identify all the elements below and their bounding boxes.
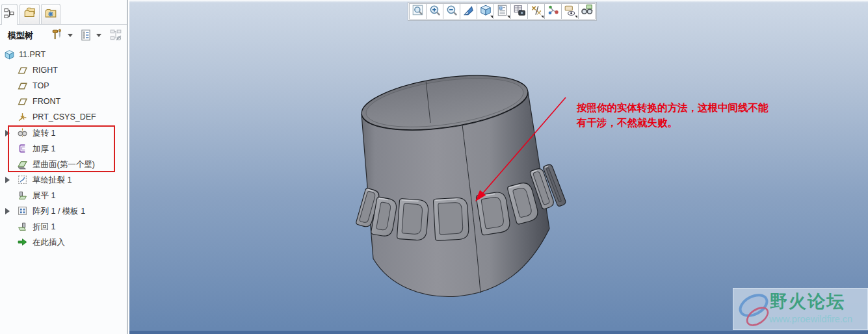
tree-item-12[interactable]: 在此插入: [0, 235, 127, 250]
tree-item-label: PRT_CSYS_DEF: [33, 112, 96, 122]
point-display-button[interactable]: [544, 3, 562, 19]
highlight-rectangle: [8, 125, 115, 172]
part-icon: [4, 49, 15, 60]
tree-tab-icon: [4, 8, 15, 21]
settings-list-icon: [79, 32, 92, 44]
tree-tools-button[interactable]: [51, 29, 64, 44]
model-canvas: [129, 0, 868, 334]
datum-plane-icon: [17, 65, 28, 76]
favorites-tab[interactable]: [41, 4, 60, 24]
sketch-rip-icon: [17, 174, 28, 185]
folder-browser-tab[interactable]: [20, 4, 40, 24]
tree-header: 模型树: [0, 25, 127, 45]
tree-item-8[interactable]: 草绘扯裂 1: [0, 172, 127, 188]
tree-item-3[interactable]: FRONT: [0, 94, 127, 110]
tb-viewmgr-icon: [513, 4, 526, 19]
tree-item-label: RIGHT: [33, 66, 58, 75]
tb-repaint-icon: [462, 4, 475, 19]
tree-tools-button-dropdown[interactable]: [68, 34, 73, 37]
insert-here-icon: [17, 237, 28, 248]
annotation-text: 按照你的实体转换的方法，这根中间线不能 有干涉，不然就失败。: [577, 100, 769, 130]
zoom-region-button[interactable]: [409, 3, 427, 19]
graphics-toolbar: [408, 2, 597, 21]
tree-item-1[interactable]: RIGHT: [0, 63, 127, 79]
annotation-line2: 有干涉，不然就失败。: [577, 115, 769, 130]
bottom-border: [129, 331, 868, 334]
tree-settings-button[interactable]: [79, 29, 92, 44]
tree-item-9[interactable]: 展平 1: [0, 188, 127, 203]
dropdown-corner-icon: [490, 16, 493, 18]
panel-title: 模型树: [8, 30, 33, 42]
tree-item-label: 折回 1: [33, 222, 55, 233]
folders-tab-icon: [23, 7, 36, 21]
tree-item-10[interactable]: 阵列 1 / 模板 1: [0, 203, 127, 219]
dropdown-corner-icon: [575, 16, 577, 18]
butterfly-logo: [735, 289, 774, 330]
cylinder-model[interactable]: [356, 66, 566, 296]
tree-item-4[interactable]: PRT_CSYS_DEF: [0, 110, 127, 125]
view-manager-button[interactable]: [510, 3, 528, 19]
tb-zoom-in-icon: [428, 4, 441, 19]
annotation-line1: 按照你的实体转换的方法，这根中间线不能: [577, 100, 769, 115]
tb-glasses-icon: [581, 4, 594, 19]
tree-item-label: 展平 1: [33, 190, 55, 201]
graphics-viewport[interactable]: 按照你的实体转换的方法，这根中间线不能 有干涉，不然就失败。 野火论坛 www.…: [129, 0, 868, 334]
tree-item-label: 草绘扯裂 1: [33, 175, 72, 186]
tree-item-label: FRONT: [33, 97, 60, 106]
flatten-icon: [17, 190, 28, 201]
annotation-display-button[interactable]: [561, 3, 579, 19]
creo-window: 模型树 11.PRTRIGHTTOPFRONTPRT_CSYS_DEF旋转 1加…: [0, 0, 868, 334]
dropdown-corner-icon: [507, 16, 510, 18]
saved-views-button[interactable]: [493, 3, 511, 19]
datum-plane-icon: [17, 81, 28, 92]
dropdown-corner-icon: [541, 16, 544, 18]
zoom-out-button[interactable]: [443, 3, 460, 19]
fold-back-icon: [17, 221, 28, 232]
pattern-icon: [17, 205, 28, 216]
tb-zoom-out-icon: [445, 4, 458, 19]
watermark: 野火论坛 www.proewildfire.cn: [733, 288, 868, 330]
tree-disabled-icon: [109, 32, 122, 44]
tree-settings-button-dropdown[interactable]: [96, 34, 101, 37]
tree-item-label: 阵列 1 / 模板 1: [33, 206, 85, 217]
model-tree-panel: 模型树 11.PRTRIGHTTOPFRONTPRT_CSYS_DEF旋转 1加…: [0, 0, 128, 334]
tb-points-icon: [547, 4, 560, 19]
tree-filter-button[interactable]: [109, 29, 122, 44]
watermark-url: www.proewildfire.cn: [769, 314, 852, 324]
tb-zoom-fit-icon: [412, 4, 425, 19]
panel-tabbar: [0, 0, 127, 25]
tree-item-2[interactable]: TOP: [0, 79, 127, 94]
folder-star-tab-icon: [44, 7, 57, 21]
tree-item-0[interactable]: 11.PRT: [0, 47, 127, 63]
model-tree-tab[interactable]: [1, 4, 18, 25]
datum-plane-icon: [17, 96, 28, 107]
watermark-title: 野火论坛: [770, 290, 845, 313]
tree-item-11[interactable]: 折回 1: [0, 219, 127, 235]
expand-arrow-icon[interactable]: [5, 177, 10, 183]
expand-arrow-icon[interactable]: [5, 208, 10, 214]
repaint-button[interactable]: [460, 3, 477, 19]
display-style-button[interactable]: [477, 3, 494, 19]
csys-icon: [17, 112, 28, 123]
tree-item-label: 在此插入: [33, 237, 65, 248]
tree-item-label: 11.PRT: [19, 50, 46, 59]
zoom-in-button[interactable]: [426, 3, 443, 19]
tree-item-label: TOP: [33, 81, 49, 90]
datum-display-button[interactable]: [527, 3, 545, 19]
tools-icon: [51, 32, 64, 44]
spin-center-button[interactable]: [578, 3, 596, 19]
